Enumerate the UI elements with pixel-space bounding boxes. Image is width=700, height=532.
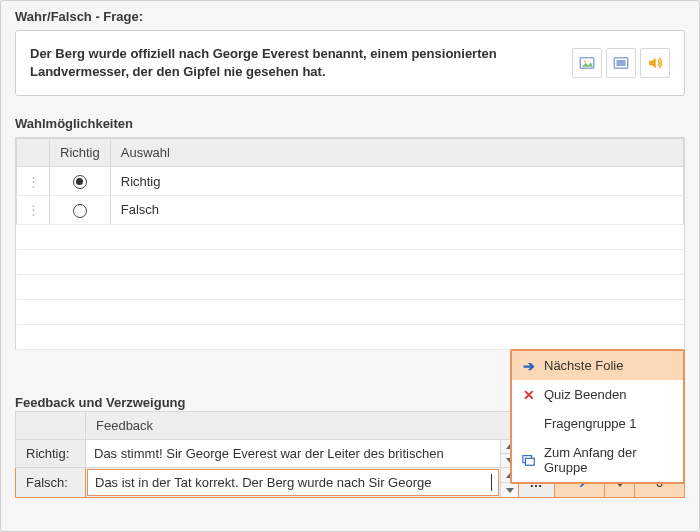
choice-label[interactable]: Falsch [110,195,683,224]
media-buttons [572,48,670,78]
insert-image-button[interactable] [572,48,602,78]
question-text[interactable]: Der Berg wurde offiziell nach George Eve… [30,45,562,81]
correct-radio[interactable] [73,175,87,189]
menu-item-question-group[interactable]: Fragengruppe 1 [512,409,683,438]
empty-row [17,274,684,299]
empty-row [17,249,684,274]
rewind-group-icon [522,453,536,467]
col-choice: Auswahl [110,139,683,167]
step-down[interactable] [501,483,518,497]
arrow-right-icon: ➔ [522,359,536,373]
menu-item-next-slide[interactable]: ➔ Nächste Folie [512,351,683,380]
blank-icon [522,417,536,431]
close-icon: ✕ [522,388,536,402]
editor-panel: Wahr/Falsch - Frage: Der Berg wurde offi… [0,0,700,532]
choice-row: ⋮ Richtig [17,167,684,196]
drag-handle[interactable]: ⋮ [17,167,50,196]
feedback-text-wrong[interactable]: Das ist in der Tat korrekt. Der Berg wur… [87,469,499,496]
empty-row [17,324,684,349]
svg-rect-3 [617,60,626,66]
menu-item-label: Zum Anfang der Gruppe [544,445,673,475]
fb-col-feedback: Feedback [86,412,519,440]
svg-point-1 [584,61,586,63]
question-box: Der Berg wurde offiziell nach George Eve… [15,30,685,96]
empty-row [17,299,684,324]
col-correct: Richtig [50,139,111,167]
image-icon [578,54,596,72]
audio-icon [646,54,664,72]
menu-item-group-start[interactable]: Zum Anfang der Gruppe [512,438,683,482]
insert-video-button[interactable] [606,48,636,78]
menu-item-label: Nächste Folie [544,358,623,373]
branch-menu: ➔ Nächste Folie ✕ Quiz Beenden Fragengru… [510,349,685,484]
svg-rect-5 [526,458,535,465]
menu-item-end-quiz[interactable]: ✕ Quiz Beenden [512,380,683,409]
feedback-text-correct[interactable]: Das stimmt! Sir George Everest war der L… [86,440,500,467]
insert-audio-button[interactable] [640,48,670,78]
correct-radio[interactable] [73,204,87,218]
choices-table: Richtig Auswahl ⋮ Richtig ⋮ Falsch [15,137,685,349]
choice-row: ⋮ Falsch [17,195,684,224]
menu-item-label: Fragengruppe 1 [544,416,637,431]
menu-item-label: Quiz Beenden [544,387,626,402]
feedback-label: Richtig: [16,440,86,468]
col-grip [17,139,50,167]
fb-col-label [16,412,86,440]
feedback-label: Falsch: [16,468,86,498]
choice-label[interactable]: Richtig [110,167,683,196]
video-icon [612,54,630,72]
drag-handle[interactable]: ⋮ [17,195,50,224]
chevron-down-icon [506,488,514,493]
empty-row [17,224,684,249]
choices-section-header: Wahlmöglichkeiten [1,108,699,137]
question-section-header: Wahr/Falsch - Frage: [1,1,699,30]
